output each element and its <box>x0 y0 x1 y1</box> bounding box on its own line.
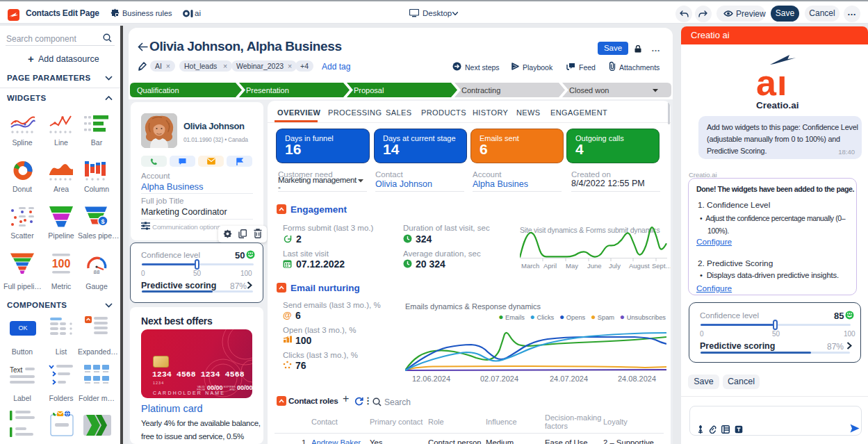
svg-text:Presentation: Presentation <box>246 86 289 94</box>
svg-text:Qualification: Qualification <box>137 86 179 94</box>
svg-text:88: 88 <box>94 269 100 274</box>
svg-text:100: 100 <box>52 258 71 270</box>
svg-text:Proposal: Proposal <box>354 86 384 94</box>
svg-text:$: $ <box>101 218 104 225</box>
svg-text:Closed won: Closed won <box>569 86 609 94</box>
svg-text:Text: Text <box>10 366 23 374</box>
svg-text:Contracting: Contracting <box>461 86 500 94</box>
